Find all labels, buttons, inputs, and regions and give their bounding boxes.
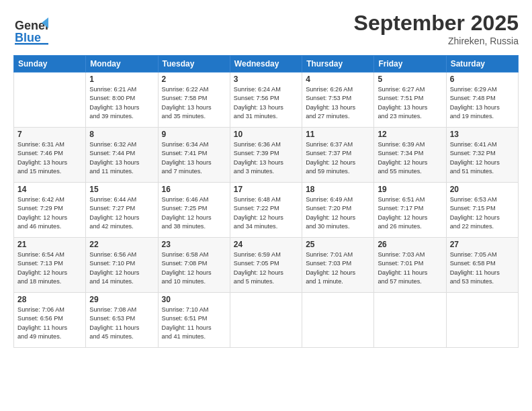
day-number: 8 (89, 130, 154, 139)
calendar-cell: 10Sunrise: 6:36 AMSunset: 7:39 PMDayligh… (230, 128, 302, 183)
calendar-week-row: 1Sunrise: 6:21 AMSunset: 8:00 PMDaylight… (14, 73, 519, 128)
day-info: Sunrise: 6:46 AMSunset: 7:25 PMDaylight:… (162, 195, 226, 231)
day-info: Sunrise: 6:56 AMSunset: 7:10 PMDaylight:… (89, 250, 154, 286)
calendar-cell: 16Sunrise: 6:46 AMSunset: 7:25 PMDayligh… (158, 183, 230, 238)
day-number: 17 (234, 185, 298, 194)
weekday-header: Thursday (302, 56, 374, 73)
calendar-cell: 20Sunrise: 6:53 AMSunset: 7:15 PMDayligh… (446, 183, 518, 238)
day-info: Sunrise: 6:41 AMSunset: 7:32 PMDaylight:… (450, 140, 515, 176)
day-info: Sunrise: 7:03 AMSunset: 7:01 PMDaylight:… (378, 250, 442, 286)
title-area: September 2025 Zhireken, Russia (354, 11, 519, 46)
day-info: Sunrise: 6:32 AMSunset: 7:44 PMDaylight:… (89, 140, 154, 176)
day-number: 15 (89, 185, 154, 194)
calendar-cell: 22Sunrise: 6:56 AMSunset: 7:10 PMDayligh… (86, 238, 158, 293)
calendar-cell (230, 293, 302, 348)
svg-text:Blue: Blue (15, 31, 41, 44)
day-number: 10 (234, 130, 298, 139)
weekday-header: Saturday (446, 56, 518, 73)
calendar-cell (14, 73, 86, 128)
day-info: Sunrise: 6:44 AMSunset: 7:27 PMDaylight:… (89, 195, 154, 231)
calendar-cell: 25Sunrise: 7:01 AMSunset: 7:03 PMDayligh… (302, 238, 374, 293)
calendar-cell: 17Sunrise: 6:48 AMSunset: 7:22 PMDayligh… (230, 183, 302, 238)
day-number: 25 (306, 240, 370, 249)
day-number: 20 (450, 185, 515, 194)
day-number: 13 (450, 130, 515, 139)
calendar-cell: 23Sunrise: 6:58 AMSunset: 7:08 PMDayligh… (158, 238, 230, 293)
day-number: 6 (450, 75, 515, 84)
day-info: Sunrise: 6:42 AMSunset: 7:29 PMDaylight:… (17, 195, 82, 231)
day-number: 1 (89, 75, 154, 84)
calendar-cell (374, 293, 446, 348)
svg-rect-3 (15, 43, 48, 45)
logo: General Blue (13, 11, 48, 48)
day-info: Sunrise: 6:27 AMSunset: 7:51 PMDaylight:… (378, 85, 442, 121)
svg-text:General: General (15, 19, 48, 32)
calendar-cell: 2Sunrise: 6:22 AMSunset: 7:58 PMDaylight… (158, 73, 230, 128)
calendar-cell: 21Sunrise: 6:54 AMSunset: 7:13 PMDayligh… (14, 238, 86, 293)
calendar-week-row: 21Sunrise: 6:54 AMSunset: 7:13 PMDayligh… (14, 238, 519, 293)
day-info: Sunrise: 6:26 AMSunset: 7:53 PMDaylight:… (306, 85, 370, 121)
day-info: Sunrise: 6:24 AMSunset: 7:56 PMDaylight:… (234, 85, 298, 121)
calendar-cell: 24Sunrise: 6:59 AMSunset: 7:05 PMDayligh… (230, 238, 302, 293)
calendar-cell: 19Sunrise: 6:51 AMSunset: 7:17 PMDayligh… (374, 183, 446, 238)
calendar-cell: 27Sunrise: 7:05 AMSunset: 6:58 PMDayligh… (446, 238, 518, 293)
weekday-header: Monday (86, 56, 158, 73)
day-info: Sunrise: 6:39 AMSunset: 7:34 PMDaylight:… (378, 140, 442, 176)
weekday-header: Tuesday (158, 56, 230, 73)
calendar-header-row: SundayMondayTuesdayWednesdayThursdayFrid… (14, 56, 519, 73)
calendar-cell (302, 293, 374, 348)
day-info: Sunrise: 7:08 AMSunset: 6:53 PMDaylight:… (89, 306, 154, 341)
calendar-cell: 4Sunrise: 6:26 AMSunset: 7:53 PMDaylight… (302, 73, 374, 128)
month-title: September 2025 (354, 11, 519, 36)
header: General Blue September 2025 Zhireken, Ru… (13, 11, 519, 48)
day-number: 5 (378, 75, 442, 84)
day-number: 19 (378, 185, 442, 194)
calendar-cell (446, 293, 518, 348)
calendar-week-row: 28Sunrise: 7:06 AMSunset: 6:56 PMDayligh… (14, 293, 519, 348)
day-number: 12 (378, 130, 442, 139)
calendar-cell: 11Sunrise: 6:37 AMSunset: 7:37 PMDayligh… (302, 128, 374, 183)
calendar-week-row: 7Sunrise: 6:31 AMSunset: 7:46 PMDaylight… (14, 128, 519, 183)
calendar-cell: 26Sunrise: 7:03 AMSunset: 7:01 PMDayligh… (374, 238, 446, 293)
day-info: Sunrise: 6:53 AMSunset: 7:15 PMDaylight:… (450, 195, 515, 231)
day-info: Sunrise: 6:58 AMSunset: 7:08 PMDaylight:… (162, 250, 226, 286)
calendar-cell: 14Sunrise: 6:42 AMSunset: 7:29 PMDayligh… (14, 183, 86, 238)
day-number: 9 (162, 130, 226, 139)
day-number: 24 (234, 240, 298, 249)
location-subtitle: Zhireken, Russia (354, 36, 519, 46)
calendar-cell: 18Sunrise: 6:49 AMSunset: 7:20 PMDayligh… (302, 183, 374, 238)
calendar-cell: 9Sunrise: 6:34 AMSunset: 7:41 PMDaylight… (158, 128, 230, 183)
weekday-header: Sunday (14, 56, 86, 73)
calendar-cell: 1Sunrise: 6:21 AMSunset: 8:00 PMDaylight… (86, 73, 158, 128)
day-info: Sunrise: 7:01 AMSunset: 7:03 PMDaylight:… (306, 250, 370, 286)
day-number: 21 (17, 240, 82, 249)
calendar-cell: 15Sunrise: 6:44 AMSunset: 7:27 PMDayligh… (86, 183, 158, 238)
weekday-header: Wednesday (230, 56, 302, 73)
day-number: 16 (162, 185, 226, 194)
logo-icon: General Blue (13, 11, 48, 48)
calendar-cell: 29Sunrise: 7:08 AMSunset: 6:53 PMDayligh… (86, 293, 158, 348)
calendar-cell: 8Sunrise: 6:32 AMSunset: 7:44 PMDaylight… (86, 128, 158, 183)
day-number: 29 (89, 295, 154, 304)
day-number: 22 (89, 240, 154, 249)
calendar-table: SundayMondayTuesdayWednesdayThursdayFrid… (13, 55, 519, 348)
day-info: Sunrise: 6:49 AMSunset: 7:20 PMDaylight:… (306, 195, 370, 231)
day-info: Sunrise: 6:31 AMSunset: 7:46 PMDaylight:… (17, 140, 82, 176)
day-number: 18 (306, 185, 370, 194)
day-info: Sunrise: 6:59 AMSunset: 7:05 PMDaylight:… (234, 250, 298, 286)
day-info: Sunrise: 7:06 AMSunset: 6:56 PMDaylight:… (17, 306, 82, 341)
day-info: Sunrise: 6:54 AMSunset: 7:13 PMDaylight:… (17, 250, 82, 286)
day-number: 27 (450, 240, 515, 249)
calendar-cell: 30Sunrise: 7:10 AMSunset: 6:51 PMDayligh… (158, 293, 230, 348)
day-number: 28 (17, 295, 82, 304)
day-number: 2 (162, 75, 226, 84)
day-number: 4 (306, 75, 370, 84)
day-info: Sunrise: 6:36 AMSunset: 7:39 PMDaylight:… (234, 140, 298, 176)
day-info: Sunrise: 6:51 AMSunset: 7:17 PMDaylight:… (378, 195, 442, 231)
day-info: Sunrise: 6:21 AMSunset: 8:00 PMDaylight:… (89, 85, 154, 121)
day-info: Sunrise: 6:29 AMSunset: 7:48 PMDaylight:… (450, 85, 515, 121)
calendar-cell: 7Sunrise: 6:31 AMSunset: 7:46 PMDaylight… (14, 128, 86, 183)
day-number: 7 (17, 130, 82, 139)
calendar-cell: 28Sunrise: 7:06 AMSunset: 6:56 PMDayligh… (14, 293, 86, 348)
weekday-header: Friday (374, 56, 446, 73)
